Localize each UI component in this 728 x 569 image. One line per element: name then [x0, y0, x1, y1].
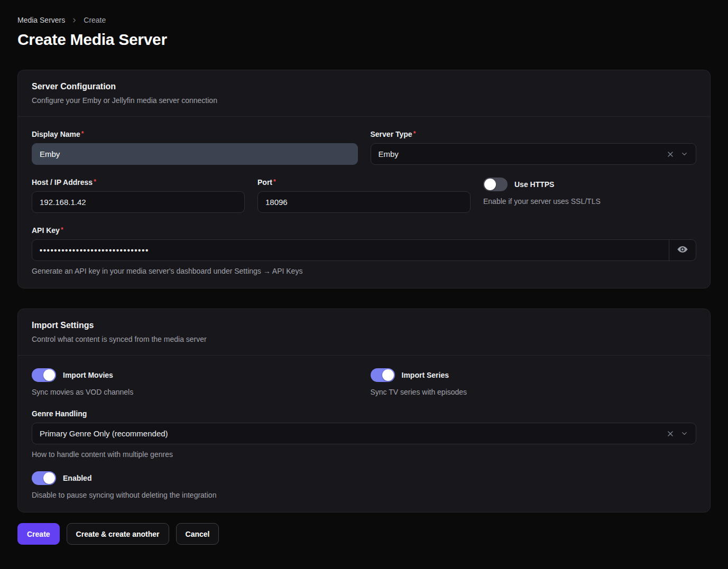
import-movies-field: Import Movies Sync movies as VOD channel…	[32, 368, 358, 396]
cancel-button[interactable]: Cancel	[176, 523, 219, 545]
api-key-label: API Key	[32, 226, 63, 235]
enabled-helper: Disable to pause syncing without deletin…	[32, 491, 696, 499]
toggle-knob	[382, 369, 394, 381]
server-configuration-header: Server Configuration Configure your Emby…	[18, 70, 710, 116]
toggle-knob	[43, 472, 55, 484]
port-label: Port	[257, 178, 276, 186]
chevron-down-icon[interactable]	[679, 428, 689, 439]
genre-handling-field: Genre Handling Primary Genre Only (recom…	[32, 409, 696, 459]
host-input[interactable]	[32, 191, 245, 213]
genre-handling-value: Primary Genre Only (recommended)	[40, 429, 665, 438]
import-movies-toggle[interactable]	[32, 368, 56, 382]
api-key-helper: Generate an API key in your media server…	[32, 267, 696, 275]
display-name-label: Display Name	[32, 130, 84, 138]
server-type-select[interactable]: Emby	[371, 143, 697, 165]
create-media-server-page: Media Servers Create Create Media Server…	[0, 0, 728, 566]
create-button[interactable]: Create	[17, 523, 60, 545]
reveal-password-button[interactable]	[669, 240, 696, 260]
host-label: Host / IP Address	[32, 178, 96, 186]
import-series-helper: Sync TV series with episodes	[371, 388, 697, 396]
genre-handling-select[interactable]: Primary Genre Only (recommended)	[32, 423, 696, 444]
import-movies-label: Import Movies	[63, 371, 113, 379]
clear-selection-icon[interactable]	[665, 428, 676, 439]
import-series-toggle[interactable]	[371, 368, 395, 382]
server-configuration-card: Server Configuration Configure your Emby…	[17, 70, 711, 288]
port-input[interactable]	[257, 191, 471, 213]
chevron-down-icon[interactable]	[679, 149, 689, 159]
toggle-knob	[43, 369, 55, 381]
eye-icon	[677, 244, 688, 257]
enabled-field: Enabled Disable to pause syncing without…	[32, 471, 696, 499]
import-settings-body: Import Movies Sync movies as VOD channel…	[18, 356, 710, 512]
breadcrumb-create: Create	[84, 16, 106, 24]
display-name-input[interactable]	[32, 143, 358, 165]
clear-selection-icon[interactable]	[665, 149, 676, 160]
use-https-toggle[interactable]	[483, 178, 508, 191]
enabled-label: Enabled	[63, 474, 91, 482]
server-type-label: Server Type	[371, 130, 416, 138]
breadcrumb-separator-icon	[71, 17, 77, 23]
toggle-knob	[484, 179, 496, 190]
api-key-field: API Key Generate an API key in your medi…	[32, 226, 696, 275]
import-movies-helper: Sync movies as VOD channels	[32, 388, 358, 396]
genre-handling-helper: How to handle content with multiple genr…	[32, 450, 696, 459]
use-https-label: Use HTTPS	[514, 180, 554, 189]
form-actions: Create Create & create another Cancel	[17, 523, 711, 545]
genre-handling-label: Genre Handling	[32, 409, 87, 418]
breadcrumb-media-servers[interactable]: Media Servers	[17, 16, 65, 24]
import-settings-subtitle: Control what content is synced from the …	[32, 335, 696, 343]
server-configuration-title: Server Configuration	[32, 82, 696, 91]
port-field: Port	[257, 178, 471, 213]
display-name-field: Display Name	[32, 129, 358, 165]
enabled-toggle[interactable]	[32, 471, 56, 485]
server-type-value: Emby	[379, 150, 666, 158]
import-series-field: Import Series Sync TV series with episod…	[371, 368, 697, 396]
use-https-helper: Enable if your server uses SSL/TLS	[483, 197, 696, 206]
import-settings-card: Import Settings Control what content is …	[17, 309, 711, 512]
create-and-create-another-button[interactable]: Create & create another	[67, 523, 169, 545]
server-configuration-body: Display Name Server Type Emby	[18, 117, 710, 288]
use-https-field: Use HTTPS Enable if your server uses SSL…	[483, 178, 696, 213]
host-field: Host / IP Address	[32, 178, 245, 213]
page-title: Create Media Server	[17, 31, 711, 49]
server-configuration-subtitle: Configure your Emby or Jellyfin media se…	[32, 96, 696, 105]
api-key-input-group	[32, 239, 696, 261]
server-type-field: Server Type Emby	[371, 129, 697, 165]
import-settings-header: Import Settings Control what content is …	[18, 309, 710, 355]
import-settings-title: Import Settings	[32, 321, 696, 330]
api-key-input[interactable]	[32, 240, 669, 260]
breadcrumb: Media Servers Create	[17, 16, 711, 24]
import-series-label: Import Series	[402, 371, 449, 379]
